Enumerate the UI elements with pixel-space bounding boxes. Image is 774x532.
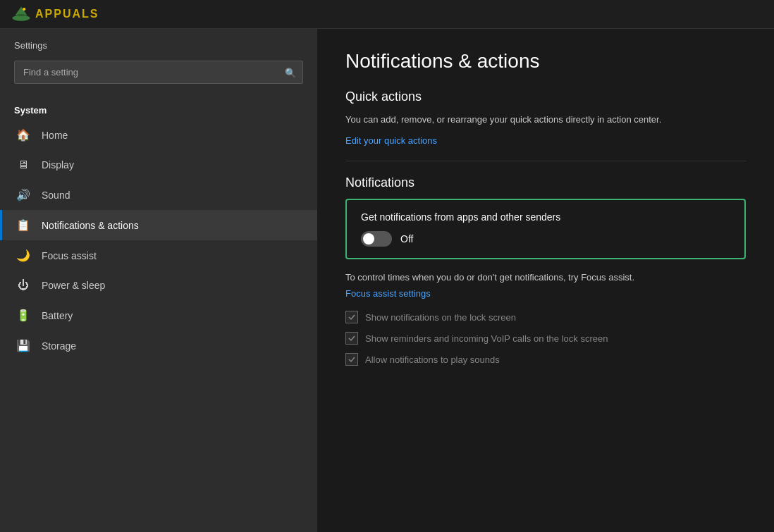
sidebar-item-label-focus: Focus assist	[42, 250, 97, 261]
checkmark-icon	[348, 355, 356, 364]
focus-icon: 🌙	[16, 249, 30, 262]
brand-name: APPUALS	[35, 8, 99, 20]
sidebar-item-sound[interactable]: 🔊Sound	[0, 180, 317, 210]
sidebar-header: Settings 🔍	[0, 29, 317, 98]
sidebar-item-focus[interactable]: 🌙Focus assist	[0, 240, 317, 271]
notifications-title: Notifications	[345, 175, 746, 190]
content-area: Notifications & actions Quick actions Yo…	[317, 29, 774, 532]
sidebar-item-label-sound: Sound	[42, 190, 70, 201]
sidebar-item-display[interactable]: 🖥Display	[0, 150, 317, 180]
svg-marker-1	[16, 7, 27, 16]
toggle-track	[361, 231, 392, 247]
checkmark-icon	[348, 313, 356, 321]
notifications-toggle[interactable]	[361, 231, 392, 247]
notification-toggle-box: Get notifications from apps and other se…	[345, 199, 746, 259]
sidebar-item-home[interactable]: 🏠Home	[0, 120, 317, 150]
checkbox-label-0: Show notifications on the lock screen	[365, 312, 516, 323]
system-label: System	[0, 98, 317, 120]
checkmark-icon	[348, 334, 356, 342]
sidebar-item-label-battery: Battery	[42, 310, 73, 321]
home-icon: 🏠	[16, 128, 30, 142]
focus-assist-text: To control times when you do or don't ge…	[345, 271, 746, 285]
page-title: Notifications & actions	[345, 50, 746, 73]
toggle-thumb	[363, 233, 374, 245]
checkbox-icon-2	[345, 353, 358, 366]
sidebar: Settings 🔍 System 🏠Home🖥Display🔊Sound📋No…	[0, 29, 317, 532]
sidebar-item-notifications[interactable]: 📋Notifications & actions	[0, 210, 317, 240]
focus-assist-link[interactable]: Focus assist settings	[345, 288, 431, 299]
main-layout: Settings 🔍 System 🏠Home🖥Display🔊Sound📋No…	[0, 29, 774, 532]
quick-actions-section: Quick actions You can add, remove, or re…	[345, 89, 746, 147]
brand-logo: APPUALS	[11, 4, 99, 24]
svg-point-3	[23, 8, 25, 11]
settings-title: Settings	[14, 40, 303, 51]
svg-rect-2	[18, 14, 24, 16]
sidebar-nav: 🏠Home🖥Display🔊Sound📋Notifications & acti…	[0, 120, 317, 532]
checkbox-row-2[interactable]: Allow notifications to play sounds	[345, 353, 746, 366]
checkbox-icon-1	[345, 332, 358, 345]
toggle-row: Off	[361, 231, 730, 247]
edit-quick-actions-link[interactable]: Edit your quick actions	[345, 135, 437, 146]
power-icon: ⏻	[16, 279, 30, 292]
battery-icon: 🔋	[16, 309, 30, 322]
sidebar-item-label-storage: Storage	[42, 340, 76, 352]
sidebar-item-label-power: Power & sleep	[42, 280, 105, 291]
sidebar-item-label-home: Home	[42, 130, 68, 141]
title-bar: APPUALS	[0, 0, 774, 29]
notifications-section: Notifications Get notifications from app…	[345, 175, 746, 366]
checkboxes-container: Show notifications on the lock screenSho…	[345, 311, 746, 366]
sidebar-item-battery[interactable]: 🔋Battery	[0, 300, 317, 330]
hat-icon	[11, 4, 31, 24]
checkbox-label-1: Show reminders and incoming VoIP calls o…	[365, 333, 608, 344]
storage-icon: 💾	[16, 339, 30, 352]
divider-1	[345, 161, 746, 161]
checkbox-label-2: Allow notifications to play sounds	[365, 354, 500, 365]
sidebar-item-storage[interactable]: 💾Storage	[0, 330, 317, 361]
sidebar-item-label-display: Display	[42, 159, 74, 171]
toggle-state-label: Off	[400, 233, 413, 245]
search-box[interactable]: 🔍	[14, 61, 303, 84]
quick-actions-desc: You can add, remove, or rearrange your q…	[345, 113, 746, 127]
notifications-icon: 📋	[16, 218, 30, 232]
search-icon: 🔍	[285, 67, 296, 78]
display-icon: 🖥	[16, 159, 30, 171]
quick-actions-title: Quick actions	[345, 89, 746, 104]
search-input[interactable]	[14, 61, 303, 84]
checkbox-row-1[interactable]: Show reminders and incoming VoIP calls o…	[345, 332, 746, 345]
sidebar-item-power[interactable]: ⏻Power & sleep	[0, 271, 317, 300]
checkbox-icon-0	[345, 311, 358, 323]
notif-toggle-label: Get notifications from apps and other se…	[361, 211, 730, 223]
checkbox-row-0[interactable]: Show notifications on the lock screen	[345, 311, 746, 323]
sidebar-item-label-notifications: Notifications & actions	[42, 220, 139, 231]
sound-icon: 🔊	[16, 188, 30, 202]
